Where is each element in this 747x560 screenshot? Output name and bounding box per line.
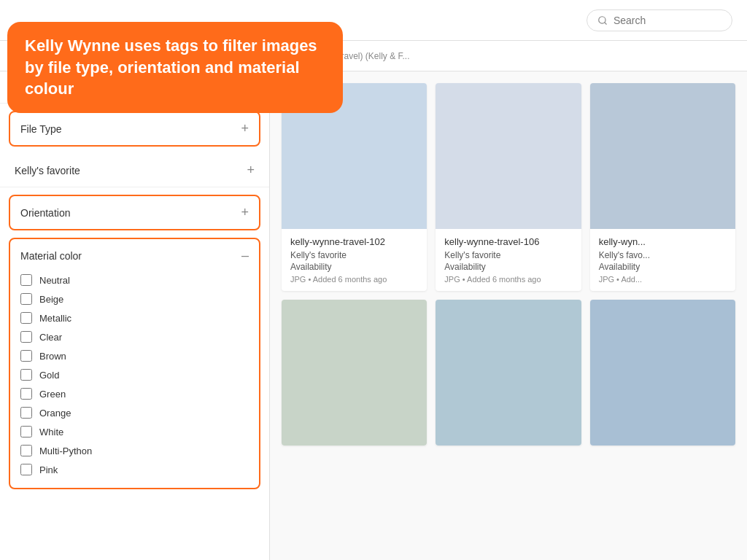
color-label-multi-python: Multi-Python (39, 446, 92, 456)
file-type-filter[interactable]: File Type + (9, 111, 260, 147)
card-meta: JPG • Added 6 months ago (444, 275, 572, 284)
card-filename: kelly-wynne-travel-106 (444, 236, 572, 247)
color-checkbox-multi-python[interactable] (20, 445, 32, 456)
color-option-metallic[interactable]: Metallic (20, 308, 249, 327)
color-checkbox-pink[interactable] (20, 464, 32, 475)
image-card[interactable] (436, 300, 581, 446)
color-checkbox-metallic[interactable] (20, 312, 32, 324)
card-meta: JPG • Added 6 months ago (290, 275, 418, 284)
annotation-bubble: Kelly Wynne uses tags to filter images b… (7, 22, 343, 113)
color-label-clear: Clear (39, 332, 62, 343)
image-card[interactable] (590, 300, 735, 446)
card-tag: Kelly's favorite (290, 250, 418, 260)
color-option-gold[interactable]: Gold (20, 365, 249, 384)
color-option-neutral[interactable]: Neutral (20, 271, 249, 289)
card-tag: Kelly's favo... (599, 250, 727, 260)
material-color-filter: Material color – Neutral Beige Metallic (9, 238, 260, 489)
search-bar[interactable] (587, 9, 732, 31)
card-availability: Availability (444, 262, 572, 272)
color-label-brown: Brown (39, 351, 66, 362)
color-label-gold: Gold (39, 370, 59, 381)
card-availability: Availability (599, 262, 727, 272)
color-option-beige[interactable]: Beige (20, 289, 249, 308)
card-tag: Kelly's favorite (444, 250, 572, 260)
svg-line-1 (605, 22, 607, 24)
material-color-header: Material color – (20, 248, 249, 263)
search-icon (597, 15, 608, 26)
color-checkbox-green[interactable] (20, 388, 32, 400)
color-label-pink: Pink (39, 464, 58, 475)
image-card[interactable]: kelly-wyn...Kelly's favo...AvailabilityJ… (590, 83, 735, 291)
image-card[interactable]: kelly-wynne-travel-106Kelly's favoriteAv… (436, 83, 581, 291)
color-checkbox-neutral[interactable] (20, 274, 32, 286)
color-checkbox-white[interactable] (20, 426, 32, 438)
file-type-label: File Type (20, 123, 62, 135)
search-input[interactable] (614, 15, 721, 26)
color-checkbox-clear[interactable] (20, 331, 32, 343)
color-checkbox-orange[interactable] (20, 407, 32, 419)
material-color-title: Material color (20, 250, 82, 262)
card-filename: kelly-wynne-travel-102 (290, 236, 418, 247)
image-card[interactable]: kelly-wynne-travel-102Kelly's favoriteAv… (282, 83, 427, 291)
color-label-white: White (39, 427, 63, 438)
content-area: kelly-wynne-travel-102Kelly's favoriteAv… (270, 71, 747, 560)
orientation-filter[interactable]: Orientation + (9, 195, 260, 230)
card-filename: kelly-wyn... (599, 236, 727, 247)
kellys-favorite-filter[interactable]: Kelly's favorite + (0, 154, 269, 187)
color-option-multi-python[interactable]: Multi-Python (20, 441, 249, 460)
orientation-row[interactable]: Orientation + (20, 205, 249, 220)
color-label-beige: Beige (39, 294, 63, 305)
orientation-label: Orientation (20, 207, 70, 219)
card-availability: Availability (290, 262, 418, 272)
color-label-neutral: Neutral (39, 275, 70, 286)
card-meta: JPG • Add... (599, 275, 727, 284)
color-option-brown[interactable]: Brown (20, 346, 249, 365)
kellys-favorite-row[interactable]: Kelly's favorite + (15, 163, 255, 178)
color-option-green[interactable]: Green (20, 384, 249, 403)
image-card[interactable] (282, 300, 427, 446)
color-label-green: Green (39, 389, 66, 400)
main-layout: Not in any folders File Type + Kelly's f… (0, 71, 747, 560)
color-checkbox-brown[interactable] (20, 350, 32, 362)
image-grid: kelly-wynne-travel-102Kelly's favoriteAv… (282, 83, 735, 446)
color-label-orange: Orange (39, 408, 71, 419)
file-type-expand-icon[interactable]: + (241, 121, 249, 136)
color-option-pink[interactable]: Pink (20, 460, 249, 479)
color-label-metallic: Metallic (39, 313, 71, 324)
orientation-expand-icon[interactable]: + (241, 205, 249, 220)
color-option-clear[interactable]: Clear (20, 327, 249, 346)
material-color-collapse-icon[interactable]: – (241, 248, 249, 263)
file-type-row[interactable]: File Type + (20, 121, 249, 136)
color-checkbox-gold[interactable] (20, 369, 32, 381)
kellys-favorite-expand-icon[interactable]: + (247, 163, 255, 178)
color-checkbox-beige[interactable] (20, 293, 32, 305)
color-option-white[interactable]: White (20, 422, 249, 441)
kellys-favorite-label: Kelly's favorite (15, 165, 80, 176)
color-option-orange[interactable]: Orange (20, 403, 249, 422)
color-options-list: Neutral Beige Metallic Clear Brown (20, 271, 249, 479)
sidebar: Not in any folders File Type + Kelly's f… (0, 71, 270, 560)
